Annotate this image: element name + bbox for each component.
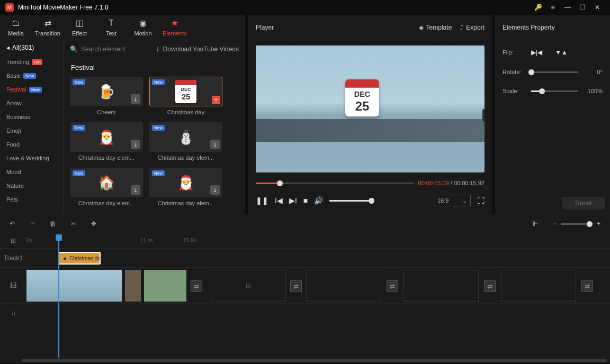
tab-label: Text	[106, 30, 116, 37]
premium-key-icon[interactable]: 🔑	[531, 0, 545, 15]
progress-bar[interactable]	[256, 183, 414, 184]
transition-slot[interactable]: ⇄	[484, 280, 496, 292]
element-card[interactable]: New🎅⤓ Christmas day elem...	[149, 168, 222, 209]
element-caption: Christmas day	[149, 106, 222, 118]
category-emoji[interactable]: Emoji	[0, 124, 63, 138]
download-button[interactable]: ⤓	[131, 94, 140, 104]
category-business[interactable]: Business	[0, 110, 63, 124]
category-basic[interactable]: BasicNew	[0, 69, 63, 83]
download-button[interactable]: ⤓	[210, 140, 220, 149]
category-mood[interactable]: Mood	[0, 165, 63, 179]
template-button[interactable]: ◈Template	[419, 24, 452, 31]
cut-button[interactable]: ✂	[71, 220, 76, 228]
empty-slot[interactable]	[306, 270, 381, 302]
add-track-button[interactable]: ⊞	[0, 237, 26, 244]
empty-slot[interactable]	[501, 270, 576, 302]
crop-button[interactable]: ✥	[91, 220, 96, 228]
category-nature[interactable]: Nature	[0, 179, 63, 193]
track-label: Track1	[0, 254, 26, 262]
ruler-tick: 11.4s	[140, 238, 152, 243]
redo-button[interactable]: ↷	[30, 220, 35, 228]
button-label: Export	[466, 24, 485, 31]
category-festival[interactable]: FestivalNew	[0, 83, 63, 96]
tab-text[interactable]: TText	[95, 15, 127, 40]
panel-toggle-button[interactable]: ›	[482, 109, 485, 122]
scale-slider[interactable]	[531, 90, 578, 92]
stop-button[interactable]: ■	[303, 196, 308, 205]
rotate-label: Rotate:	[503, 69, 526, 75]
download-youtube-link[interactable]: ⤓Download YouTube Videos	[155, 46, 239, 53]
delete-button[interactable]: 🗑	[50, 220, 56, 228]
category-all[interactable]: ◂All(301)	[0, 40, 63, 55]
video-clip[interactable]	[125, 270, 141, 302]
search-input[interactable]: 🔍Search element	[70, 46, 151, 53]
tab-elements[interactable]: ★Elements	[159, 15, 191, 40]
video-preview[interactable]: DEC25 ›	[256, 46, 485, 172]
fullscreen-button[interactable]: ⛶	[477, 196, 485, 205]
reset-button[interactable]: Reset	[562, 197, 605, 210]
rotate-slider[interactable]	[531, 71, 578, 73]
maximize-button[interactable]: ❐	[575, 0, 590, 15]
aspect-ratio-select[interactable]: 16:9⌄	[434, 195, 471, 206]
timeline-ruler[interactable]: 0s 11.4s 15.9s	[26, 233, 610, 248]
category-label: Pets	[6, 196, 18, 203]
download-button[interactable]: ⤓	[131, 185, 140, 195]
close-button[interactable]: ✕	[590, 0, 605, 15]
video-clip[interactable]	[26, 270, 122, 302]
download-button[interactable]: ⤓	[210, 185, 220, 195]
undo-button[interactable]: ↶	[10, 220, 15, 228]
timeline-scrollbar[interactable]	[0, 358, 610, 363]
empty-slot[interactable]: ⊞	[211, 270, 286, 302]
tab-effect[interactable]: ◫Effect	[64, 15, 95, 40]
category-trending[interactable]: TrendingHot	[0, 55, 63, 69]
transition-icon: ⇄	[44, 18, 51, 28]
category-sidebar: ◂All(301) TrendingHot BasicNew FestivalN…	[0, 40, 64, 214]
minimize-button[interactable]: —	[560, 0, 575, 15]
export-button[interactable]: ⤴Export	[460, 24, 485, 31]
next-frame-button[interactable]: ▶I	[289, 196, 297, 205]
element-card[interactable]: New🎅⤓ Christmas day elem...	[70, 122, 143, 163]
pause-button[interactable]: ❚❚	[256, 196, 268, 205]
zoom-out-button[interactable]: −	[553, 220, 557, 228]
flip-vertical-button[interactable]: ▼▲	[555, 49, 568, 56]
category-love-wedding[interactable]: Love & Wedding	[0, 151, 63, 165]
titlebar: M MiniTool MovieMaker Free 7.1.0 🔑 ≡ — ❐…	[0, 0, 610, 15]
menu-icon[interactable]: ≡	[545, 0, 560, 15]
fit-button[interactable]: ⊩	[533, 220, 538, 228]
volume-slider[interactable]	[329, 200, 372, 202]
element-card[interactable]: New DEC25 + Christmas day	[149, 77, 222, 118]
calendar-icon: DEC25	[175, 80, 196, 103]
category-food[interactable]: Food	[0, 138, 63, 151]
zoom-in-button[interactable]: +	[597, 220, 600, 228]
flip-horizontal-button[interactable]: ▶|◀	[531, 49, 542, 56]
volume-icon[interactable]: 🔊	[314, 196, 323, 205]
playhead[interactable]	[58, 235, 59, 358]
tab-motion[interactable]: ◉Motion	[127, 15, 159, 40]
category-label: All(301)	[12, 44, 34, 51]
star-icon: ★	[62, 256, 67, 261]
add-button[interactable]: +	[212, 96, 220, 104]
category-label: Mood	[6, 169, 21, 175]
tab-transition[interactable]: ⇄Transition	[32, 15, 64, 40]
transition-slot[interactable]: ⇄	[290, 280, 302, 292]
tab-media[interactable]: 🗀Media	[0, 15, 32, 40]
video-clip[interactable]	[144, 270, 186, 302]
ruler-tick: 15.9s	[183, 238, 196, 243]
transition-slot[interactable]: ⇄	[191, 280, 202, 292]
transition-slot[interactable]: ⇄	[387, 280, 398, 292]
download-button[interactable]: ⤓	[131, 140, 140, 149]
element-card[interactable]: New⛄⤓ Christmas day elem...	[149, 122, 222, 163]
library-panel: 🗀Media ⇄Transition ◫Effect TText ◉Motion…	[0, 15, 245, 214]
elements-grid: New🍺⤓ Cheers New DEC25 + Christmas day N…	[64, 74, 245, 214]
prev-frame-button[interactable]: I◀	[275, 196, 283, 205]
category-arrow[interactable]: Arrow	[0, 96, 63, 110]
empty-slot[interactable]	[403, 270, 479, 302]
transition-slot[interactable]: ⇄	[581, 280, 593, 292]
element-card[interactable]: New🍺⤓ Cheers	[70, 77, 143, 118]
element-clip[interactable]: ★Christmas da	[58, 252, 101, 265]
zoom-slider[interactable]	[561, 223, 593, 225]
new-badge: New	[152, 79, 165, 85]
video-track-icon: 🎞	[0, 282, 26, 289]
element-card[interactable]: New🏠⤓ Christmas day elem...	[70, 168, 143, 209]
category-pets[interactable]: Pets	[0, 193, 63, 206]
